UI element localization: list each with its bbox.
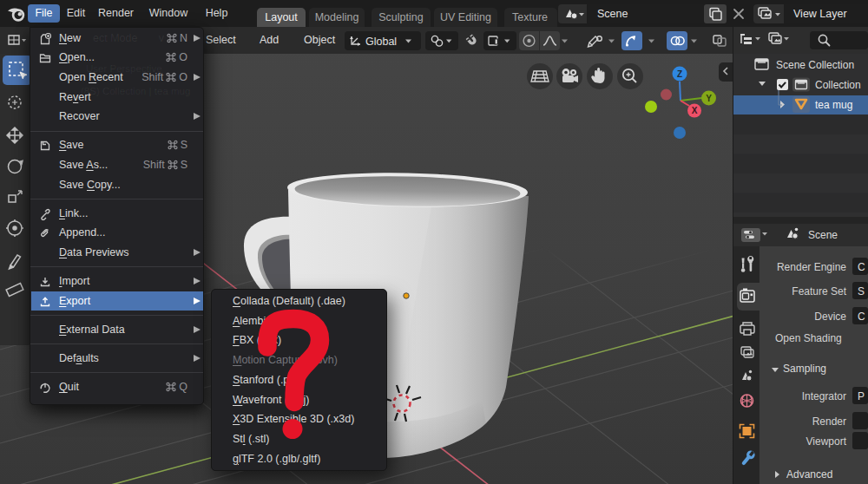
svg-text:Render Engine: Render Engine <box>777 261 846 273</box>
svg-text:Collection: Collection <box>815 79 861 91</box>
svg-text:Render: Render <box>812 415 846 428</box>
svg-text:Feature Set: Feature Set <box>792 285 846 298</box>
svg-text:Y: Y <box>706 94 712 103</box>
svg-text:Integrator: Integrator <box>802 390 846 402</box>
svg-text:Scene: Scene <box>808 229 838 241</box>
svg-text:Global: Global <box>365 36 397 48</box>
svg-text:Sampling: Sampling <box>783 363 826 375</box>
svg-text:Device: Device <box>814 311 846 323</box>
svg-text:C: C <box>858 261 865 273</box>
svg-text:Viewport: Viewport <box>806 435 847 448</box>
svg-text:Advanced: Advanced <box>786 468 832 481</box>
svg-text:Open Shading: Open Shading <box>775 332 842 344</box>
svg-text:Scene Collection: Scene Collection <box>776 59 854 71</box>
svg-text:Z: Z <box>677 69 682 79</box>
svg-text:S: S <box>858 285 865 298</box>
svg-text:tea mug: tea mug <box>815 99 852 111</box>
svg-text:C: C <box>858 311 865 323</box>
svg-text:P: P <box>858 390 865 402</box>
svg-text:X: X <box>692 106 698 115</box>
